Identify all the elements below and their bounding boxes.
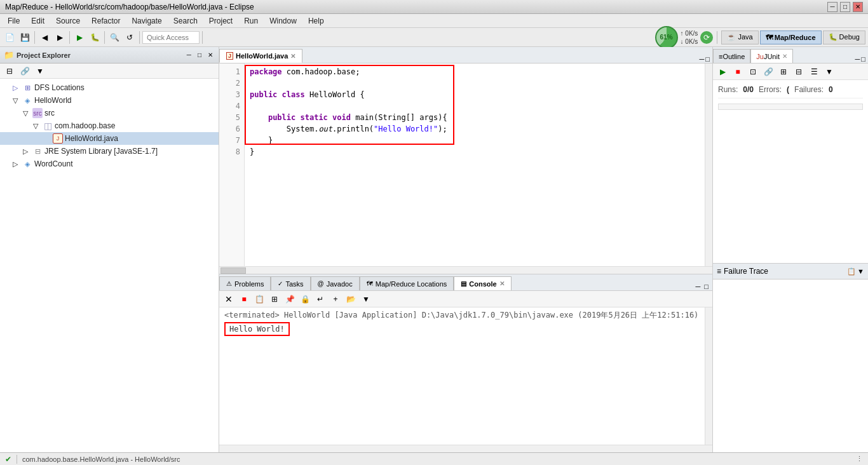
toolbar-forward[interactable]: ▶: [53, 30, 67, 44]
bottom-minimize-btn[interactable]: ─: [695, 283, 702, 290]
code-content[interactable]: package com.hadoop.base; public class He…: [245, 64, 705, 266]
toolbar-refresh[interactable]: ↺: [123, 30, 137, 44]
console-clear-btn[interactable]: ✕: [222, 292, 236, 306]
explorer-maximize-btn[interactable]: □: [196, 51, 203, 59]
toolbar-save[interactable]: 💾: [18, 30, 32, 44]
right-minimize-btn[interactable]: ─: [855, 55, 860, 63]
line-num-6: 6: [219, 123, 244, 135]
console-new-console-btn[interactable]: +: [329, 292, 342, 306]
junit-collapse-btn[interactable]: ⊟: [792, 65, 806, 79]
explorer-minimize-btn[interactable]: ─: [185, 51, 193, 59]
tree-item-wordcount[interactable]: ▷ ◈ WordCount: [0, 158, 219, 170]
console-hscrollbar[interactable]: [219, 445, 712, 452]
console-filter-btn[interactable]: ⊞: [268, 292, 281, 306]
tab-mapreduce-locations[interactable]: 🗺 Map/Reduce Locations: [360, 276, 454, 290]
failure-trace-copy-btn[interactable]: 📋: [847, 267, 856, 276]
tab-problems[interactable]: ⚠ Problems: [219, 276, 271, 290]
right-maximize-btn[interactable]: □: [861, 55, 865, 63]
upload-speed: ↑ 0K/s: [681, 29, 698, 37]
tree-item-jre[interactable]: ▷ ⊟ JRE System Library [JavaSE-1.7]: [0, 145, 219, 158]
tab-helloworld-java[interactable]: J HelloWorld.java ✕: [219, 49, 302, 63]
toolbar-debug[interactable]: 🐛: [88, 30, 102, 44]
editor-maximize-btn[interactable]: □: [705, 55, 710, 63]
junit-stop-btn[interactable]: ■: [731, 65, 745, 79]
explorer-tree: ▷ ⊞ DFS Locations ▽ ◈ HelloWorld ▽ src s…: [0, 79, 219, 452]
tree-item-helloworld[interactable]: ▽ ◈ HelloWorld: [0, 94, 219, 107]
close-button[interactable]: ✕: [853, 2, 863, 12]
toolbar-search[interactable]: 🔍: [107, 30, 121, 44]
console-main: <terminated> HelloWorld [Java Applicatio…: [219, 307, 712, 445]
junit-filter-btn[interactable]: ⊞: [776, 65, 790, 79]
hscroll-thumb[interactable]: [220, 267, 246, 274]
junit-history-btn[interactable]: ⊡: [746, 65, 760, 79]
code-line-6: System.out.println("Hello World!");: [250, 123, 700, 135]
tab-tasks[interactable]: ✓ Tasks: [271, 276, 310, 290]
perspective-mapreduce[interactable]: 🗺 Map/Reduce: [760, 30, 822, 44]
toolbar-run[interactable]: ▶: [72, 30, 86, 44]
console-close-icon[interactable]: ✕: [499, 280, 505, 287]
runs-label: Runs:: [718, 85, 738, 94]
tab-console[interactable]: ▤ Console ✕: [454, 276, 511, 290]
junit-layout-btn[interactable]: ☰: [807, 65, 821, 79]
jre-label: JRE System Library [JavaSE-1.7]: [44, 147, 158, 156]
tree-item-src[interactable]: ▽ src src: [0, 107, 219, 119]
toolbar-back[interactable]: ◀: [37, 30, 51, 44]
editor-hscrollbar[interactable]: [219, 266, 712, 274]
tab-javadoc[interactable]: @ Javadoc: [311, 276, 360, 290]
console-open-file-btn[interactable]: 📂: [344, 292, 358, 306]
menu-run[interactable]: Run: [239, 15, 263, 27]
junit-content: Runs: 0/0 Errors: ( Failures: 0: [713, 80, 868, 263]
toolbar-separator-2: [69, 31, 70, 44]
line-num-7: 7: [219, 135, 244, 146]
junit-menu-btn[interactable]: ▼: [822, 65, 836, 79]
toolbar-sync[interactable]: ⟳: [700, 31, 713, 44]
console-icon: ▤: [461, 280, 466, 287]
perspective-java[interactable]: ☕ Java: [721, 30, 758, 44]
explorer-close-btn[interactable]: ✕: [206, 51, 215, 59]
junit-close-icon[interactable]: ✕: [782, 53, 787, 60]
javadoc-icon: @: [318, 280, 324, 287]
jre-expand-icon: ▷: [20, 146, 31, 156]
junit-run-btn[interactable]: ▶: [715, 65, 729, 79]
perspective-debug[interactable]: 🐛 Debug: [823, 30, 865, 44]
menu-edit[interactable]: Edit: [26, 15, 50, 27]
explorer-menu[interactable]: ▼: [33, 64, 47, 78]
console-stop-btn[interactable]: ■: [237, 292, 251, 306]
menu-source[interactable]: Source: [51, 15, 85, 27]
errors-label: Errors:: [759, 85, 782, 94]
explorer-link-editor[interactable]: 🔗: [18, 64, 32, 78]
tab-junit[interactable]: Ju JUnit ✕: [750, 49, 793, 63]
editor-minimize-btn[interactable]: ─: [700, 55, 705, 63]
line-num-2: 2: [219, 78, 244, 89]
toolbar-new[interactable]: 📄: [3, 30, 17, 44]
menu-search[interactable]: Search: [168, 15, 203, 27]
tab-close-icon[interactable]: ✕: [290, 53, 295, 60]
tree-item-dfs[interactable]: ▷ ⊞ DFS Locations: [0, 81, 219, 94]
menu-project[interactable]: Project: [204, 15, 238, 27]
menu-navigate[interactable]: Navigate: [126, 15, 166, 27]
console-vscrollbar[interactable]: [705, 307, 712, 445]
menu-file[interactable]: File: [3, 15, 25, 27]
tab-outline[interactable]: ≡ Outline: [713, 49, 750, 63]
console-toolbar: ✕ ■ 📋 ⊞ 📌 🔒 ↵ + 📂 ▼: [219, 291, 712, 307]
menu-window[interactable]: Window: [264, 15, 302, 27]
console-pin-btn[interactable]: 📌: [283, 292, 297, 306]
tree-item-helloworld-java[interactable]: J HelloWorld.java: [0, 132, 219, 145]
menu-help[interactable]: Help: [303, 15, 329, 27]
bottom-maximize-btn[interactable]: □: [703, 283, 710, 290]
console-word-wrap-btn[interactable]: ↵: [313, 292, 327, 306]
editor-scrollbar[interactable]: [705, 64, 712, 266]
junit-link-btn[interactable]: 🔗: [761, 65, 775, 79]
tree-item-package[interactable]: ▽ ◫ com.hadoop.base: [0, 119, 219, 132]
junit-progress-bar: [718, 104, 863, 110]
maximize-button[interactable]: □: [840, 2, 850, 12]
failure-trace-menu-btn[interactable]: ▼: [857, 267, 864, 276]
menu-refactor[interactable]: Refactor: [86, 15, 125, 27]
code-line-3: public class HelloWorld {: [250, 89, 700, 100]
quick-access-input[interactable]: [142, 31, 200, 44]
console-scroll-lock-btn[interactable]: 🔒: [298, 292, 312, 306]
console-copy-btn[interactable]: 📋: [252, 292, 266, 306]
explorer-collapse-all[interactable]: ⊟: [3, 64, 17, 78]
minimize-button[interactable]: ─: [827, 2, 837, 12]
console-menu-btn[interactable]: ▼: [359, 292, 373, 306]
